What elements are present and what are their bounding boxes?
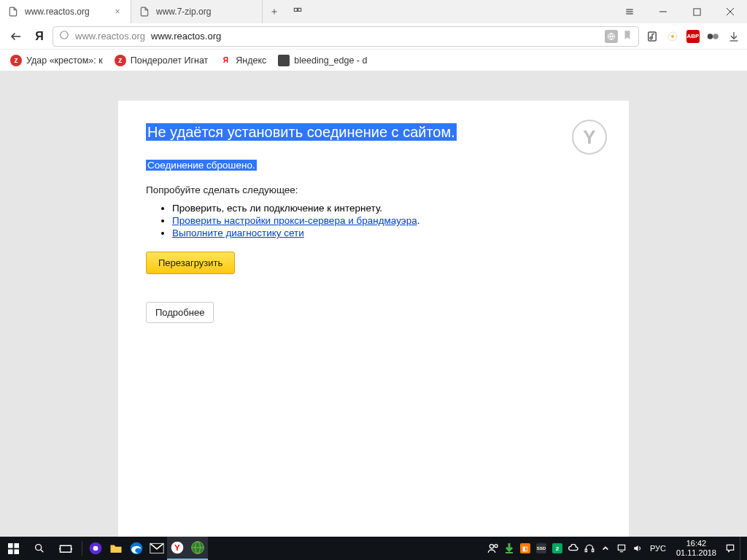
tray-volume-icon[interactable]: [631, 542, 644, 555]
window-controls: [613, 0, 747, 23]
url-text: www.reactos.org: [151, 31, 221, 42]
yandex-logo[interactable]: Я: [32, 30, 47, 43]
svg-rect-47: [618, 545, 624, 550]
svg-line-28: [41, 550, 44, 553]
people-icon[interactable]: [487, 542, 500, 555]
tray-cloud-icon[interactable]: [567, 542, 580, 555]
network-diagnostics-link[interactable]: Выполните диагностику сети: [172, 228, 304, 238]
svg-rect-25: [8, 549, 13, 554]
bookmark-3[interactable]: Я Яндекс: [220, 55, 266, 66]
svg-rect-24: [14, 543, 19, 548]
bookmarks-bar: z Удар «крестом»: к z Пондеролет Игнат Я…: [0, 50, 747, 71]
show-desktop-button[interactable]: [740, 537, 744, 560]
translate-icon[interactable]: [605, 30, 618, 43]
notifications-icon[interactable]: [724, 542, 737, 555]
clock-time: 16:42: [676, 539, 716, 548]
omnibox-right: [605, 29, 632, 43]
bookmark-4[interactable]: bleeding_edge - d: [278, 55, 367, 66]
search-button[interactable]: [26, 537, 53, 560]
bookmark-1-label: Удар «крестом»: к: [26, 55, 103, 66]
error-title: Не удаётся установить соединение с сайто…: [146, 123, 457, 141]
bookmark-1-icon: z: [10, 55, 22, 66]
tab-list-button[interactable]: [286, 0, 309, 23]
tray-green-icon[interactable]: 2: [551, 542, 564, 555]
tab-1[interactable]: www.reactos.org ×: [0, 0, 131, 23]
tray-headset-icon[interactable]: [583, 542, 596, 555]
tray-network-icon[interactable]: [615, 542, 628, 555]
taskbar-left: Y: [0, 537, 208, 560]
system-tray: ◧ SSD 2 РУС 16:42 01.11.2018: [487, 537, 747, 560]
list-item: Проверить, есть ли подключение к интерне…: [172, 203, 601, 214]
app-edge-icon[interactable]: [126, 537, 147, 560]
task-view-button[interactable]: [53, 537, 79, 560]
error-subtitle: Соединение сброшено.: [146, 160, 257, 171]
tab-1-close[interactable]: ×: [112, 7, 123, 17]
svg-rect-44: [506, 552, 513, 553]
bookmark-2-label: Пондеролет Игнат: [131, 55, 209, 66]
list-item: Проверить настройки прокси-сервера и бра…: [172, 215, 601, 226]
svg-point-20: [713, 34, 719, 39]
bookmark-2[interactable]: z Пондеролет Игнат: [115, 55, 209, 66]
svg-rect-2: [294, 8, 297, 11]
svg-point-27: [36, 545, 42, 551]
app-yandex-browser-icon[interactable]: Y: [167, 537, 187, 560]
error-try-label: Попробуйте сделать следующее:: [146, 184, 601, 195]
svg-point-19: [708, 34, 713, 39]
url-dimmed: www.reactos.org: [75, 31, 145, 42]
svg-point-33: [93, 546, 98, 551]
app-globe-icon[interactable]: [187, 537, 208, 560]
svg-point-12: [61, 31, 69, 39]
error-card: Y Не удаётся установить соединение с сай…: [118, 101, 629, 537]
tray-orange-icon[interactable]: ◧: [519, 542, 532, 555]
svg-rect-46: [592, 549, 593, 552]
clock-date: 01.11.2018: [676, 548, 716, 558]
minimize-button[interactable]: [646, 0, 680, 23]
tray-ssd-icon[interactable]: SSD: [535, 542, 548, 555]
extension-icon[interactable]: [706, 29, 721, 44]
adblock-icon[interactable]: ABP: [686, 29, 700, 44]
maximize-button[interactable]: [680, 0, 713, 23]
music-icon[interactable]: [645, 29, 659, 44]
site-info-icon[interactable]: [59, 30, 69, 42]
bookmark-3-label: Яндекс: [236, 55, 266, 66]
svg-rect-29: [61, 545, 71, 552]
language-indicator[interactable]: РУС: [647, 542, 669, 555]
bookmark-2-icon: z: [115, 55, 126, 66]
svg-text:Y: Y: [174, 542, 180, 552]
close-button[interactable]: [713, 0, 747, 23]
tray-download-icon[interactable]: [503, 542, 516, 555]
radio-icon[interactable]: [665, 29, 680, 44]
clock[interactable]: 16:42 01.11.2018: [672, 539, 721, 557]
file-icon: [7, 6, 19, 18]
menu-button[interactable]: [613, 0, 646, 23]
details-button[interactable]: Подробнее: [146, 302, 214, 323]
downloads-icon[interactable]: [727, 29, 741, 44]
bookmark-3-icon: Я: [220, 55, 231, 66]
app-mail-icon[interactable]: [147, 537, 167, 560]
svg-rect-8: [693, 8, 700, 15]
svg-point-43: [495, 545, 498, 548]
new-tab-button[interactable]: [263, 0, 286, 23]
app-alice-icon[interactable]: [85, 537, 106, 560]
start-button[interactable]: [0, 537, 26, 560]
svg-point-42: [489, 545, 493, 548]
bookmark-1[interactable]: z Удар «крестом»: к: [10, 55, 103, 66]
toolbar-icons: ABP: [645, 29, 741, 44]
taskbar-separator: [82, 541, 82, 556]
tab-2[interactable]: www.7-zip.org: [131, 0, 263, 23]
tray-upward-icon[interactable]: [599, 542, 612, 555]
back-button[interactable]: [6, 26, 26, 47]
yandex-badge-icon: Y: [572, 120, 607, 155]
list-item: Выполните диагностику сети: [172, 228, 601, 238]
app-files-icon[interactable]: [106, 537, 126, 560]
svg-rect-45: [585, 549, 587, 552]
address-bar: Я www.reactos.org www.reactos.org: [0, 23, 747, 50]
tab-2-title: www.7-zip.org: [156, 7, 255, 17]
bookmark-4-label: bleeding_edge - d: [294, 55, 367, 66]
proxy-settings-link[interactable]: Проверить настройки прокси-сервера и бра…: [172, 215, 417, 226]
omnibox[interactable]: www.reactos.org www.reactos.org: [53, 26, 639, 47]
bookmark-icon[interactable]: [622, 29, 632, 43]
reload-button[interactable]: Перезагрузить: [146, 252, 235, 274]
file-icon: [139, 6, 150, 18]
taskbar: Y ◧ SSD 2 РУС 16:42: [0, 537, 747, 560]
